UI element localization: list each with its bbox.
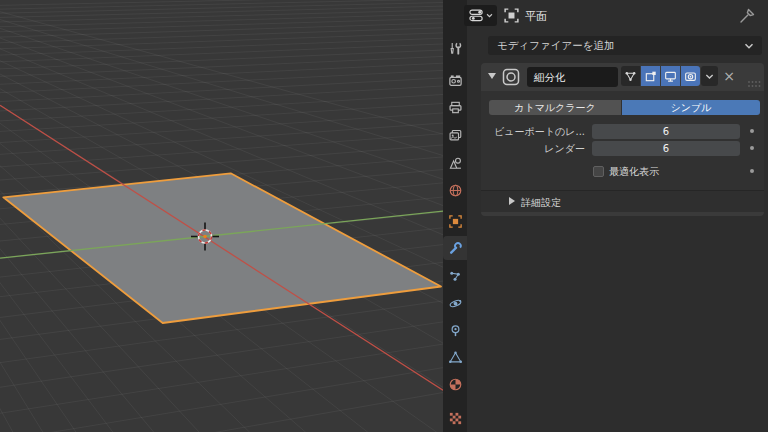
tab-constraints[interactable] [443,318,467,342]
tab-render[interactable] [443,68,467,92]
advanced-subpanel-label: 詳細設定 [521,196,561,210]
tool-icon [448,41,463,56]
world-globe-icon [448,183,463,198]
disclosure-triangle-down[interactable] [488,73,496,79]
output-printer-icon [448,100,463,115]
tab-world[interactable] [443,178,467,202]
close-icon[interactable]: × [721,68,737,84]
levels-viewport-label: ビューポートのレ... [455,124,585,139]
breadcrumb-object-name: 平面 [525,9,547,24]
display-realtime-toggle[interactable] [661,66,680,86]
tab-texture[interactable] [443,406,467,430]
blender-window: 平面 モディファイアーを追加 細分化 [0,0,768,432]
mesh-data-icon [448,350,463,365]
chevron-down-icon [705,72,714,81]
chevron-down-icon [744,41,754,51]
wrench-icon [448,241,463,256]
levels-viewport-field[interactable]: 6 [592,124,740,139]
subsurf-modifier-icon [502,68,520,90]
render-icon [448,73,463,88]
disclosure-triangle-right [509,197,515,205]
add-modifier-button[interactable]: モディファイアーを追加 [488,36,762,55]
animate-dot[interactable] [750,146,754,150]
modifier-panel-bottom-edge [481,212,764,216]
modifier-extras-button[interactable] [701,66,718,86]
catmull-clark-button[interactable]: カトマルクラーク [489,100,621,115]
display-render-toggle[interactable] [681,66,700,86]
display-edit-mode-icon [644,70,657,83]
tab-tool[interactable] [443,36,467,60]
chevron-down-icon [486,12,493,19]
pin-icon [737,6,757,26]
animate-dot[interactable] [750,129,754,133]
modifier-display-toggles [621,66,700,86]
constraint-icon [448,323,463,338]
tab-modifiers[interactable] [443,236,468,260]
scene-icon [448,156,463,171]
breadcrumb [503,7,520,24]
properties-editor-icon [469,8,484,23]
levels-render-field[interactable]: 6 [592,141,740,156]
modifier-name-field[interactable]: 細分化 [527,67,618,87]
tab-object[interactable] [443,209,467,233]
display-edit-mode-toggle[interactable] [641,66,660,86]
drag-handle-icon[interactable] [747,73,762,92]
object-icon [503,7,520,24]
3d-viewport[interactable] [0,0,443,432]
tab-physics[interactable] [443,291,467,315]
tab-particles[interactable] [443,264,467,288]
material-sphere-icon [448,377,463,392]
editor-type-button[interactable] [464,5,497,26]
display-on-cage-icon [624,70,637,83]
tab-material[interactable] [443,372,467,396]
display-render-icon [684,70,697,83]
tab-output[interactable] [443,95,467,119]
pin-toggle[interactable] [737,6,757,30]
tab-object-data[interactable] [443,345,467,369]
display-on-cage-toggle[interactable] [621,66,640,86]
levels-render-label: レンダー [455,141,585,156]
optimal-display-label: 最適化表示 [609,166,659,178]
add-modifier-label: モディファイアーを追加 [488,39,744,53]
display-realtime-icon [664,70,677,83]
texture-checker-icon [448,411,463,426]
particles-icon [448,269,463,284]
physics-icon [448,296,463,311]
optimal-display-checkbox[interactable] [593,166,604,177]
simple-button[interactable]: シンプル [622,100,760,115]
object-icon [448,214,463,229]
animate-dot[interactable] [750,169,754,173]
